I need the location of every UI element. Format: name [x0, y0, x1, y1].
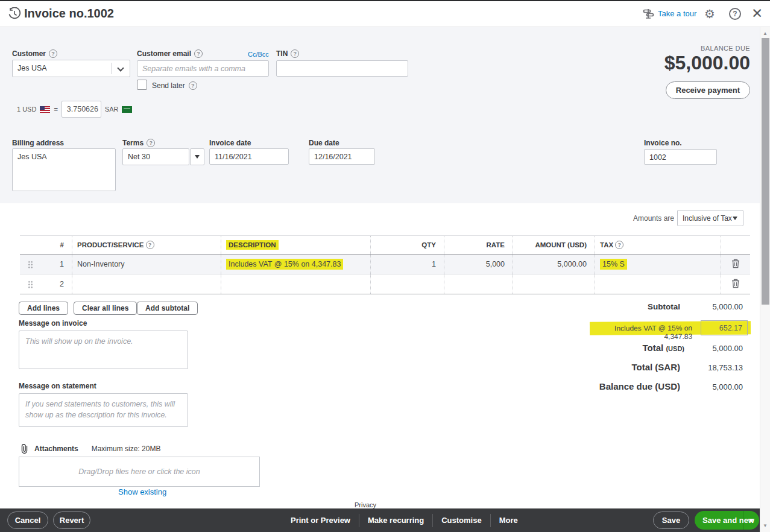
add-subtotal-button[interactable]: Add subtotal [137, 302, 198, 315]
invoice-window: Invoice no.1002 Take a tour ⚙ ? ✕ ▲ ▼ Cu… [0, 0, 770, 532]
tax-help-icon[interactable] [615, 241, 623, 249]
add-lines-button[interactable]: Add lines [19, 302, 68, 315]
balance-due-usd-value: 5,000.00 [683, 382, 743, 391]
gear-icon[interactable]: ⚙ [704, 6, 715, 22]
row2-rate[interactable] [444, 274, 513, 294]
invoice-no-value: 1002 [645, 150, 716, 165]
row1-description[interactable]: Includes VAT @ 15% on 4,347.83 [221, 255, 371, 274]
billing-address-label: Billing address [12, 139, 64, 147]
row2-product[interactable] [72, 274, 221, 294]
drag-handle-icon[interactable] [28, 280, 33, 288]
footer-bar: Cancel Revert Print or Preview Make recu… [0, 508, 760, 532]
scrollbar-thumb[interactable] [762, 38, 769, 305]
trash-icon[interactable] [731, 279, 740, 290]
subtotal-label: Subtotal [590, 302, 680, 311]
row1-qty[interactable]: 1 [371, 255, 444, 274]
invoice-date-value: 11/16/2021 [210, 149, 288, 165]
row1-rate[interactable]: 5,000 [444, 255, 513, 274]
row2-amount[interactable] [513, 274, 595, 294]
customer-email-help-icon[interactable] [194, 49, 203, 58]
message-on-invoice-field[interactable]: This will show up on the invoice. [19, 331, 188, 369]
customer-email-input[interactable]: Separate emails with a comma [137, 60, 269, 77]
customer-select-value: Jes USA [13, 60, 130, 76]
print-or-preview-button[interactable]: Print or Preview [282, 516, 359, 525]
table-header-row: # PRODUCT/SERVICE DESCRIPTION QTY RATE A… [20, 236, 750, 255]
close-icon[interactable]: ✕ [751, 5, 763, 21]
exchange-rate-row: 1 USD = 3.750626 SAR [17, 101, 132, 118]
terms-dropdown-button[interactable] [190, 148, 204, 165]
amounts-are-select[interactable]: Inclusive of Tax [677, 210, 743, 226]
attachments-dropzone[interactable]: Drag/Drop files here or click the icon [19, 457, 260, 487]
due-date-input[interactable]: 12/16/2021 [309, 148, 375, 165]
row2-description[interactable] [221, 274, 371, 294]
send-later-checkbox[interactable] [137, 80, 147, 90]
revert-button[interactable]: Revert [53, 511, 90, 529]
make-recurring-button[interactable]: Make recurring [359, 516, 432, 525]
due-date-label: Due date [309, 139, 339, 147]
paperclip-icon[interactable] [20, 443, 29, 454]
tin-input[interactable] [276, 60, 408, 77]
col-header-description: DESCRIPTION [221, 236, 371, 254]
product-help-icon[interactable] [146, 241, 154, 249]
vertical-scrollbar[interactable]: ▲ ▼ [760, 27, 770, 532]
ccbcc-link[interactable]: Cc/Bcc [248, 51, 269, 58]
help-circle-icon[interactable]: ? [729, 8, 741, 20]
customise-button[interactable]: Customise [433, 516, 490, 525]
billing-address-value: Jes USA [13, 149, 115, 165]
drag-handle-icon[interactable] [28, 261, 33, 268]
scroll-up-arrow[interactable]: ▲ [760, 31, 770, 36]
send-later-help-icon[interactable] [189, 81, 197, 90]
terms-help-icon[interactable] [147, 139, 155, 147]
save-and-new-button[interactable]: Save and new [695, 511, 759, 530]
row1-product[interactable]: Non-Inventory [72, 255, 221, 274]
table-row-2[interactable]: 2 [20, 274, 750, 294]
us-flag-icon [40, 106, 50, 113]
trash-icon[interactable] [731, 259, 740, 270]
exchange-currency: SAR [105, 106, 119, 113]
more-button[interactable]: More [491, 516, 526, 525]
row1-amount[interactable]: 5,000.00 [513, 255, 595, 274]
balance-due-usd-label: Balance due (USD) [590, 381, 680, 391]
row1-tax[interactable]: 15% S [595, 255, 721, 274]
attachments-max-size: Maximum size: 20MB [92, 445, 161, 453]
customer-select[interactable]: Jes USA [12, 60, 130, 77]
vat-amount-input[interactable]: 652.17 [701, 320, 748, 335]
message-on-invoice-placeholder: This will show up on the invoice. [25, 337, 133, 346]
privacy-link[interactable]: Privacy [355, 501, 376, 508]
message-on-statement-placeholder: If you send statements to customers, thi… [25, 400, 175, 419]
take-a-tour-button[interactable]: Take a tour [643, 8, 696, 19]
save-button[interactable]: Save [653, 511, 689, 529]
show-existing-link[interactable]: Show existing [118, 487, 166, 496]
col-header-tax: TAX [595, 236, 721, 254]
billing-address-field[interactable]: Jes USA [12, 148, 116, 191]
customer-email-placeholder: Separate emails with a comma [137, 61, 268, 77]
message-on-statement-label: Message on statement [19, 382, 96, 390]
scroll-down-arrow[interactable]: ▼ [760, 523, 770, 528]
exchange-rate-input[interactable]: 3.750626 [62, 101, 101, 118]
row2-tax[interactable] [595, 274, 721, 294]
table-row-1[interactable]: 1 Non-Inventory Includes VAT @ 15% on 4,… [20, 255, 750, 274]
invoice-date-input[interactable]: 11/16/2021 [209, 148, 289, 165]
history-icon[interactable] [8, 7, 21, 23]
terms-value: Net 30 [123, 149, 189, 165]
page-title: Invoice no.1002 [24, 7, 114, 21]
row2-num: 2 [41, 274, 72, 294]
message-on-statement-field[interactable]: If you send statements to customers, thi… [19, 393, 188, 427]
invoice-no-label: Invoice no. [644, 139, 682, 147]
customer-help-icon[interactable] [49, 49, 57, 58]
customer-email-label: Customer email [137, 49, 203, 58]
send-later-label: Send later [152, 81, 197, 90]
clear-all-lines-button[interactable]: Clear all lines [74, 302, 137, 315]
invoice-no-input[interactable]: 1002 [644, 149, 717, 165]
subtotal-value: 5,000.00 [683, 302, 743, 311]
save-options-caret[interactable] [743, 511, 759, 530]
cancel-button[interactable]: Cancel [7, 511, 48, 529]
terms-select[interactable]: Net 30 [122, 148, 189, 165]
customer-label: Customer [12, 49, 57, 58]
tin-help-icon[interactable] [291, 49, 299, 58]
col-header-qty: QTY [371, 236, 444, 254]
tour-signpost-icon [643, 8, 654, 19]
receive-payment-button[interactable]: Receive payment [666, 81, 750, 99]
row2-qty[interactable] [371, 274, 444, 294]
amounts-are-value: Inclusive of Tax [683, 214, 732, 223]
